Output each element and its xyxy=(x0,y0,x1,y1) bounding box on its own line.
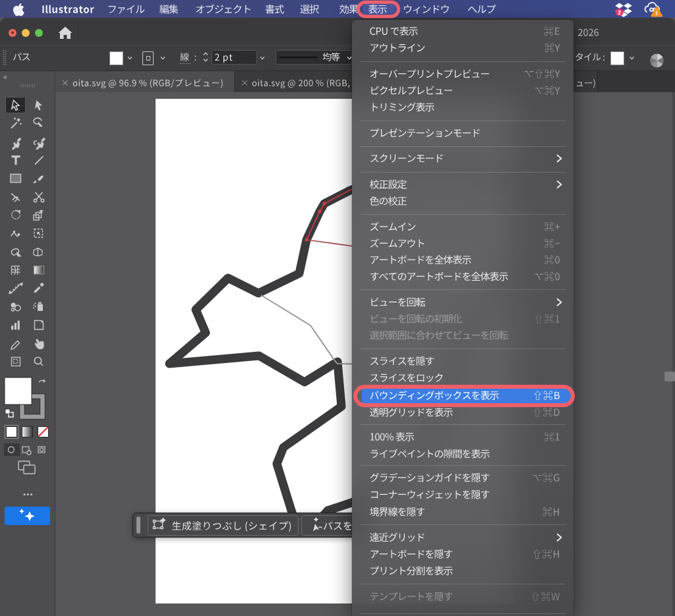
svg-text:2: 2 xyxy=(618,10,622,16)
svg-text:!: ! xyxy=(656,10,658,16)
